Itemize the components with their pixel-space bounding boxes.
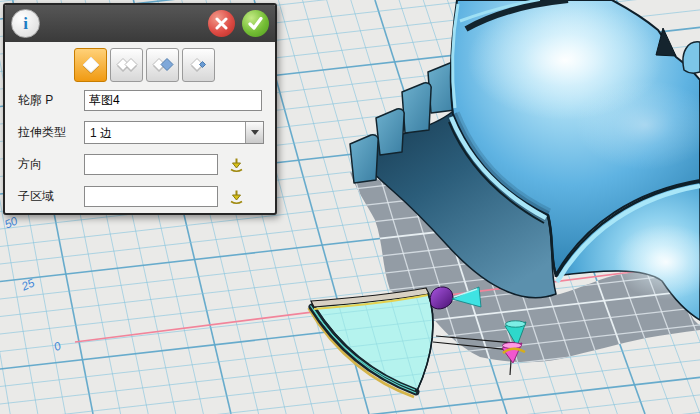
drag-cone-cyan-top [506, 321, 526, 327]
mode-button-add[interactable] [110, 48, 143, 82]
diamond-solid-icon [80, 55, 102, 75]
extrude-type-select[interactable]: 1 边 [84, 121, 264, 144]
diamond-double-icon [116, 55, 138, 75]
subregion-input[interactable] [84, 186, 218, 207]
profile-row: 轮廓 P [18, 90, 275, 111]
mode-button-remove[interactable] [146, 48, 179, 82]
fin-4[interactable] [350, 135, 378, 183]
direction-picker-button[interactable] [228, 157, 245, 173]
dialog-titlebar[interactable]: i [5, 5, 275, 42]
extrude-type-row: 拉伸类型 1 边 [18, 122, 275, 143]
direction-row: 方向 [18, 154, 275, 175]
direction-input[interactable] [84, 154, 218, 175]
profile-input[interactable] [84, 90, 262, 111]
pick-direction-icon [228, 157, 245, 173]
subregion-label: 子区域 [18, 188, 84, 205]
mode-button-intersect[interactable] [182, 48, 215, 82]
direction-label: 方向 [18, 156, 84, 173]
profile-label: 轮廓 P [18, 92, 84, 109]
dialog-body: 轮廓 P 拉伸类型 1 边 方向 子区域 [5, 42, 275, 213]
cancel-button[interactable] [208, 10, 235, 37]
mode-button-base[interactable] [74, 48, 107, 82]
fin-2[interactable] [402, 83, 431, 133]
check-icon [248, 17, 263, 30]
subregion-picker-button[interactable] [228, 189, 245, 205]
combo-dropdown-button[interactable] [245, 122, 263, 143]
extrude-mode-toolbar [74, 48, 275, 82]
chevron-down-icon [251, 130, 259, 135]
info-icon[interactable]: i [11, 9, 40, 38]
confirm-button[interactable] [242, 10, 269, 37]
subregion-row: 子区域 [18, 186, 275, 207]
diamond-blue-pair-icon [152, 55, 174, 75]
extrude-type-value: 1 边 [85, 122, 245, 143]
fin-3[interactable] [376, 109, 404, 155]
pick-subregion-icon [228, 189, 245, 205]
extrude-type-label: 拉伸类型 [18, 124, 84, 141]
close-icon [215, 17, 228, 30]
drag-cone-magenta-top [503, 343, 522, 349]
info-glyph: i [23, 14, 28, 34]
diamond-blue-small-icon [188, 55, 210, 75]
extrude-dialog: i [3, 3, 277, 215]
